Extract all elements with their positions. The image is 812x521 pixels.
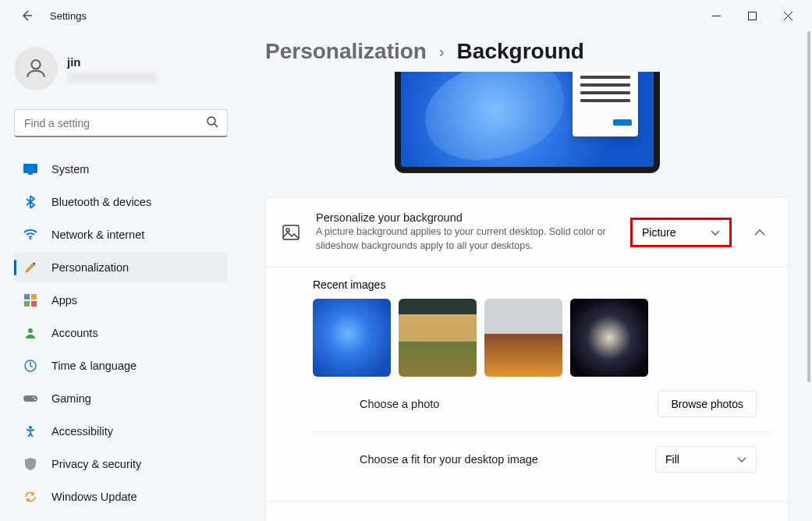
sidebar: jin System Bluetooth & devices Network &… xyxy=(0,31,242,521)
svg-rect-8 xyxy=(24,301,30,307)
chevron-down-icon xyxy=(737,453,746,466)
user-name: jin xyxy=(67,55,157,69)
sidebar-item-personalization[interactable]: Personalization xyxy=(14,253,228,282)
svg-rect-7 xyxy=(31,294,37,299)
recent-images-title: Recent images xyxy=(313,278,772,291)
nav-label: Accessibility xyxy=(51,425,113,438)
nav-label: Privacy & security xyxy=(51,458,141,470)
choose-fit-label: Choose a fit for your desktop image xyxy=(360,453,640,466)
svg-rect-3 xyxy=(23,164,37,173)
svg-point-14 xyxy=(34,399,36,400)
personalize-title: Personalize your background xyxy=(316,211,615,224)
choose-photo-label: Choose a photo xyxy=(360,398,642,410)
sidebar-item-privacy[interactable]: Privacy & security xyxy=(14,449,228,479)
sidebar-item-update[interactable]: Windows Update xyxy=(14,482,228,512)
svg-point-10 xyxy=(28,328,33,333)
clock-globe-icon xyxy=(23,359,37,373)
choose-fit-row: Choose a fit for your desktop image Fill xyxy=(313,432,772,487)
svg-point-2 xyxy=(207,117,215,125)
apps-icon xyxy=(23,293,37,307)
avatar xyxy=(14,47,58,90)
recent-image-thumb[interactable] xyxy=(313,299,391,377)
wifi-icon xyxy=(23,228,37,242)
chevron-down-icon xyxy=(711,226,720,239)
nav-label: Personalization xyxy=(51,261,129,274)
svg-rect-6 xyxy=(24,294,30,299)
desktop-preview xyxy=(395,72,660,173)
nav-label: System xyxy=(51,163,89,175)
update-icon xyxy=(23,490,37,504)
picture-icon xyxy=(282,223,300,242)
breadcrumb-current: Background xyxy=(457,39,584,64)
back-button[interactable] xyxy=(19,8,34,23)
maximize-button[interactable] xyxy=(734,3,770,28)
svg-point-1 xyxy=(31,60,40,69)
expand-collapse-button[interactable] xyxy=(747,220,772,245)
main-content: Personalization › Background Personalize… xyxy=(242,31,812,521)
personalize-desc: A picture background applies to your cur… xyxy=(316,225,615,253)
search-input[interactable] xyxy=(14,109,228,137)
dropdown-value: Fill xyxy=(665,453,679,466)
breadcrumb-parent[interactable]: Personalization xyxy=(265,39,427,64)
background-settings-card: Personalize your background A picture ba… xyxy=(265,197,789,521)
system-icon xyxy=(23,162,37,176)
nav-label: Accounts xyxy=(51,327,98,339)
user-block[interactable]: jin xyxy=(14,47,228,90)
bluetooth-icon xyxy=(23,195,37,209)
minimize-button[interactable] xyxy=(698,3,734,28)
svg-rect-12 xyxy=(23,395,37,402)
close-button[interactable] xyxy=(770,3,806,28)
scrollbar[interactable] xyxy=(807,31,810,382)
nav-label: Gaming xyxy=(51,392,91,405)
personalize-row: Personalize your background A picture ba… xyxy=(266,197,788,268)
background-type-dropdown[interactable]: Picture xyxy=(630,218,732,247)
svg-point-17 xyxy=(286,229,289,232)
paintbrush-icon xyxy=(23,260,37,275)
svg-point-15 xyxy=(29,426,32,429)
svg-point-5 xyxy=(30,238,31,239)
titlebar: Settings xyxy=(0,0,812,31)
accessibility-icon xyxy=(23,424,37,438)
breadcrumb: Personalization › Background xyxy=(265,39,789,64)
choose-photo-row: Choose a photo Browse photos xyxy=(313,377,772,432)
sidebar-item-accessibility[interactable]: Accessibility xyxy=(14,416,228,446)
shield-icon xyxy=(23,457,37,471)
nav-label: Bluetooth & devices xyxy=(51,196,151,208)
svg-point-13 xyxy=(33,397,34,399)
chevron-right-icon: › xyxy=(439,43,445,61)
sidebar-item-time[interactable]: Time & language xyxy=(14,351,228,381)
window-title: Settings xyxy=(50,10,87,22)
dropdown-value: Picture xyxy=(642,226,676,239)
recent-image-thumb[interactable] xyxy=(399,299,477,377)
nav-label: Network & internet xyxy=(51,229,144,241)
sidebar-item-gaming[interactable]: Gaming xyxy=(14,384,228,413)
browse-photos-button[interactable]: Browse photos xyxy=(658,391,757,417)
svg-rect-0 xyxy=(748,12,756,19)
svg-rect-4 xyxy=(28,173,33,175)
sidebar-item-apps[interactable]: Apps xyxy=(14,285,228,315)
recent-image-thumb[interactable] xyxy=(570,299,648,377)
nav-label: Windows Update xyxy=(51,491,137,503)
svg-rect-16 xyxy=(283,225,299,239)
sidebar-item-accounts[interactable]: Accounts xyxy=(14,318,228,348)
recent-image-thumb[interactable] xyxy=(570,299,648,377)
user-email-redacted xyxy=(67,72,157,83)
nav-label: Apps xyxy=(51,294,77,307)
sidebar-item-network[interactable]: Network & internet xyxy=(14,220,228,250)
recent-image-thumb[interactable] xyxy=(484,299,562,377)
person-icon xyxy=(23,326,37,340)
sidebar-item-system[interactable]: System xyxy=(14,154,228,184)
recent-images-block: Recent images Choose a photo Browse phot… xyxy=(266,268,788,502)
nav-label: Time & language xyxy=(51,360,137,372)
gaming-icon xyxy=(23,392,37,406)
fit-dropdown[interactable]: Fill xyxy=(655,446,757,473)
sidebar-item-bluetooth[interactable]: Bluetooth & devices xyxy=(14,187,228,217)
search-icon xyxy=(206,115,218,131)
svg-rect-9 xyxy=(31,301,37,307)
